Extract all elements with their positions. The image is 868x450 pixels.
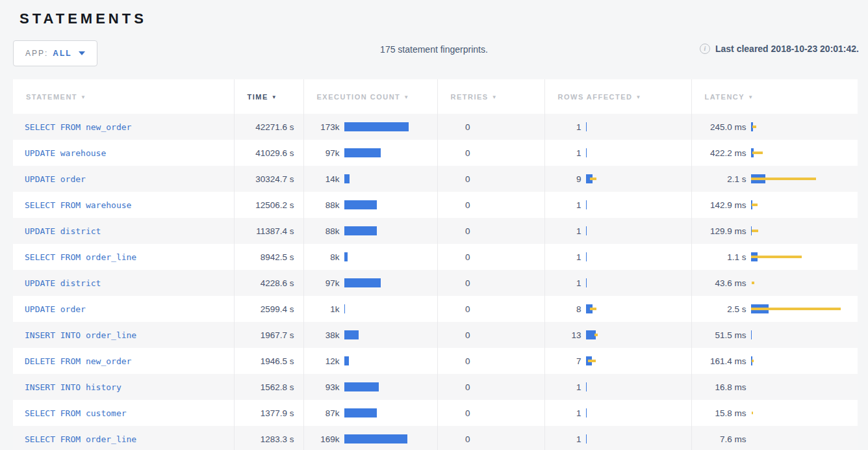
execution-count-cell: 1k <box>303 296 437 322</box>
latency-cell: 2.1 s <box>691 166 858 192</box>
latency-bar <box>751 355 858 367</box>
execution-count-value: 169k <box>304 434 340 444</box>
retries-cell: 0 <box>437 296 544 322</box>
rows-affected-value: 7 <box>545 356 581 366</box>
execution-count-bar <box>344 251 437 263</box>
execution-count-cell: 97k <box>303 270 437 296</box>
latency-value: 1.1 s <box>692 252 747 262</box>
latency-cell: 7.6 ms <box>691 426 858 450</box>
rows-affected-value: 13 <box>545 330 581 340</box>
time-cell: 42271.6 s <box>234 114 303 140</box>
execution-count-bar <box>344 381 437 393</box>
execution-count-bar <box>344 225 437 237</box>
latency-value: 16.8 ms <box>692 382 747 392</box>
column-header-latency[interactable]: LATENCY▼ <box>691 79 858 114</box>
time-cell: 1377.9 s <box>234 400 303 426</box>
time-cell: 8942.5 s <box>234 244 303 270</box>
time-cell: 12506.2 s <box>234 192 303 218</box>
latency-cell: 2.5 s <box>691 296 858 322</box>
table-header-row: STATEMENT▼ TIME▼ EXECUTION COUNT▼ RETRIE… <box>13 79 858 114</box>
column-header-label: EXECUTION COUNT <box>317 93 401 101</box>
column-header-retries[interactable]: RETRIES▼ <box>437 79 544 114</box>
rows-affected-cell: 1 <box>544 400 691 426</box>
rows-affected-bar <box>586 173 691 185</box>
statement-link[interactable]: DELETE FROM new_order <box>25 356 131 366</box>
rows-affected-value: 8 <box>545 304 581 314</box>
execution-count-value: 14k <box>304 174 340 184</box>
statement-link[interactable]: UPDATE order <box>25 174 86 184</box>
column-header-label: TIME <box>248 93 268 101</box>
latency-value: 422.2 ms <box>692 148 747 158</box>
retries-value: 0 <box>438 278 470 288</box>
latency-cell: 51.5 ms <box>691 322 858 348</box>
table-row: SELECT FROM new_order 42271.6 s 173k 0 1 <box>13 114 858 140</box>
column-header-time[interactable]: TIME▼ <box>234 79 303 114</box>
statement-link[interactable]: SELECT FROM new_order <box>25 122 131 132</box>
execution-count-value: 97k <box>304 148 340 158</box>
execution-count-value: 93k <box>304 382 340 392</box>
statement-link[interactable]: UPDATE warehouse <box>25 148 106 158</box>
latency-bar <box>751 173 858 185</box>
statement-link[interactable]: SELECT FROM customer <box>25 408 127 418</box>
rows-affected-cell: 1 <box>544 192 691 218</box>
latency-bar <box>751 199 858 211</box>
execution-count-cell: 169k <box>303 426 437 450</box>
table-row: DELETE FROM new_order 1946.5 s 12k 0 7 <box>13 348 858 374</box>
rows-affected-bar <box>586 303 691 315</box>
rows-affected-bar <box>586 251 691 263</box>
execution-count-value: 1k <box>304 304 340 314</box>
rows-affected-bar <box>586 121 691 133</box>
rows-affected-value: 1 <box>545 408 581 418</box>
rows-affected-value: 1 <box>545 200 581 210</box>
statement-link[interactable]: UPDATE order <box>25 304 86 314</box>
rows-affected-value: 1 <box>545 278 581 288</box>
sort-arrow-icon: ▼ <box>748 94 754 100</box>
execution-count-cell: 88k <box>303 218 437 244</box>
statement-link[interactable]: SELECT FROM order_line <box>25 252 136 262</box>
sort-arrow-icon: ▼ <box>636 94 642 100</box>
statement-link[interactable]: UPDATE district <box>25 226 101 236</box>
latency-cell: 1.1 s <box>691 244 858 270</box>
rows-affected-cell: 8 <box>544 296 691 322</box>
statement-link[interactable]: INSERT INTO order_line <box>25 330 136 340</box>
column-header-rows[interactable]: ROWS AFFECTED▼ <box>544 79 691 114</box>
statement-link[interactable]: UPDATE district <box>25 278 101 288</box>
time-cell: 4228.6 s <box>234 270 303 296</box>
latency-cell: 43.6 ms <box>691 270 858 296</box>
execution-count-bar <box>344 329 437 341</box>
time-cell: 30324.7 s <box>234 166 303 192</box>
column-header-statement[interactable]: STATEMENT▼ <box>13 79 234 114</box>
statement-cell: INSERT INTO history <box>13 374 234 400</box>
execution-count-bar <box>344 355 437 367</box>
table-row: SELECT FROM order_line 8942.5 s 8k 0 1 <box>13 244 858 270</box>
statement-link[interactable]: INSERT INTO history <box>25 382 121 392</box>
column-header-label: STATEMENT <box>26 93 77 101</box>
statement-link[interactable]: SELECT FROM warehouse <box>25 200 131 210</box>
latency-value: 2.1 s <box>692 174 747 184</box>
table-row: UPDATE district 11387.4 s 88k 0 1 <box>13 218 858 244</box>
retries-cell: 0 <box>437 166 544 192</box>
rows-affected-bar <box>586 407 691 419</box>
table-row: UPDATE order 2599.4 s 1k 0 8 <box>13 296 858 322</box>
retries-cell: 0 <box>437 140 544 166</box>
latency-value: 142.9 ms <box>692 200 747 210</box>
latency-value: 51.5 ms <box>692 330 747 340</box>
info-icon[interactable]: i <box>700 44 710 54</box>
retries-cell: 0 <box>437 400 544 426</box>
latency-cell: 161.4 ms <box>691 348 858 374</box>
execution-count-value: 38k <box>304 330 340 340</box>
rows-affected-bar <box>586 147 691 159</box>
time-cell: 2599.4 s <box>234 296 303 322</box>
statement-cell: SELECT FROM customer <box>13 400 234 426</box>
rows-affected-cell: 1 <box>544 374 691 400</box>
column-header-label: LATENCY <box>705 93 745 101</box>
statement-link[interactable]: SELECT FROM order_line <box>25 434 136 444</box>
latency-value: 245.0 ms <box>692 122 747 132</box>
retries-value: 0 <box>438 356 470 366</box>
latency-value: 2.5 s <box>692 304 747 314</box>
retries-cell: 0 <box>437 322 544 348</box>
column-header-exec[interactable]: EXECUTION COUNT▼ <box>303 79 437 114</box>
table-body: SELECT FROM new_order 42271.6 s 173k 0 1 <box>13 114 858 450</box>
rows-affected-bar <box>586 277 691 289</box>
sort-arrow-icon: ▼ <box>81 94 86 100</box>
